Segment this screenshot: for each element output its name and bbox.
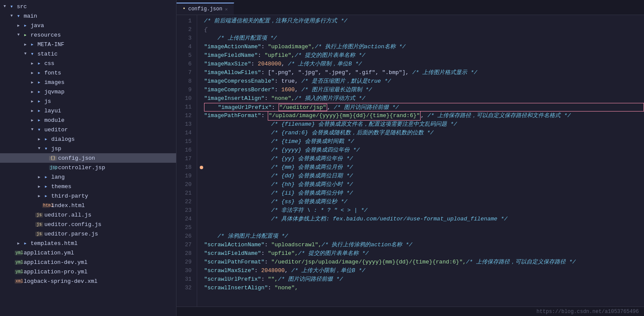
file-icon-images: ▸ [35,79,43,86]
line-num-27: 27 [180,241,192,249]
sidebar-item-logback-spring-dev.xml[interactable]: xmllogback-spring-dev.xml [0,276,176,286]
line-num-14: 14 [180,129,192,137]
sidebar-item-images[interactable]: ▶▸images [0,77,176,87]
tree-arrow-third-party[interactable]: ▶ [36,194,42,198]
sidebar-item-layui[interactable]: ▶▸layui [0,106,176,115]
sidebar-item-index.html[interactable]: htmlindex.html [0,201,176,210]
line-num-7: 7 [180,68,192,77]
tree-arrow-src[interactable]: ▼ [2,4,8,9]
file-icon-jsp: ▾ [42,145,50,152]
sidebar-item-third-party[interactable]: ▶▸third-party [0,191,176,201]
code-line-1: /* 前后端通信相关的配置，注释只允许使用多行方式 */ [204,17,644,25]
code-line-16: /* {yyyy} 会替换成四位年份 */ [204,146,644,155]
sidebar-item-resources[interactable]: ▼▸resources [0,30,176,40]
sidebar-item-fonts[interactable]: ▶▸fonts [0,68,176,77]
sidebar-label-images: images [44,79,65,86]
code-line-31: "scrawlUrlPrefix": "", /* 图片访问路径前缀 */ [204,275,644,284]
sidebar-item-themes[interactable]: ▶▸themes [0,182,176,191]
sidebar-item-src[interactable]: ▼▾src [0,2,176,11]
sidebar-item-META-INF[interactable]: ▶▸META-INF [0,40,176,49]
file-icon-third-party: ▸ [42,192,50,199]
sidebar-item-ueditor.all.js[interactable]: jsueditor.all.js [0,210,176,220]
code-line-15: /* {time} 会替换成时间戳 */ [204,137,644,146]
sidebar-label-css: css [44,60,54,67]
sidebar-label-static: static [37,51,58,57]
tree-arrow-META-INF[interactable]: ▶ [22,42,28,47]
file-icon-templates.html: ▸ [22,240,29,247]
tree-arrow-css[interactable]: ▶ [29,61,35,66]
sidebar-item-ueditor.parse.js[interactable]: jsueditor.parse.js [0,229,176,239]
sidebar-item-ueditor.config.js[interactable]: jsueditor.config.js [0,220,176,229]
code-line-6: "imageMaxSize": 2048000, /* 上传大小限制，单位B *… [204,60,644,68]
sidebar-item-templates.html[interactable]: ▶▸templates.html [0,239,176,248]
line-num-4: 4 [180,43,192,51]
status-url: https://blog.csdn.net/a1053765496 [536,309,639,315]
tree-arrow-resources[interactable]: ▼ [15,33,22,37]
tree-arrow-main[interactable]: ▼ [9,14,15,18]
sidebar-item-java[interactable]: ▶▸java [0,21,176,30]
file-icon-resources: ▸ [22,31,29,38]
tree-arrow-fonts[interactable]: ▶ [29,71,35,75]
tree-arrow-js[interactable]: ▶ [29,99,35,104]
tree-arrow-lang[interactable]: ▶ [36,175,42,180]
tree-arrow-java[interactable]: ▶ [15,23,22,28]
sidebar-item-dialogs[interactable]: ▶▸dialogs [0,134,176,144]
sidebar-item-lang[interactable]: ▶▸lang [0,172,176,182]
sidebar-item-static[interactable]: ▼▾static [0,49,176,59]
sidebar-item-main[interactable]: ▼▾main [0,11,176,21]
file-icon-config.json: {} [49,156,57,161]
sidebar-label-module: module [44,117,65,124]
sidebar-item-application-dev.yml[interactable]: ymlapplication-dev.yml [0,257,176,267]
sidebar-label-application.yml: application.yml [24,250,74,256]
file-icon-controller.jsp: jsp [49,165,57,170]
sidebar-label-ueditor: ueditor [44,127,68,133]
line-num-21: 21 [180,189,192,198]
sidebar-item-js[interactable]: ▶▸js [0,96,176,106]
tree-arrow-jsp[interactable]: ▼ [36,146,42,151]
sidebar-item-ueditor[interactable]: ▼▾ueditor [0,125,176,134]
file-icon-index.html: html [42,203,50,208]
sidebar-label-src: src [17,3,27,10]
sidebar-label-ueditor.config.js: ueditor.config.js [44,221,102,228]
close-tab-icon[interactable]: ✕ [225,6,228,12]
file-icon-jqvmap: ▸ [35,88,43,95]
code-line-18: /* {mm} 会替换成两位月份 */ [204,163,644,172]
tree-arrow-module[interactable]: ▶ [29,118,35,123]
file-icon-layui: ▸ [35,107,43,114]
sidebar-item-jsp[interactable]: ▼▾jsp [0,144,176,153]
file-icon-static: ▾ [28,50,36,57]
tree-arrow-themes[interactable]: ▶ [36,184,42,189]
line-num-12: 12 [180,112,192,120]
tree-arrow-dialogs[interactable]: ▶ [36,137,42,142]
code-line-8: "imageCompressEnable": true, /* 是否压缩图片，默… [204,77,644,86]
code-line-3: /* 上传图片配置项 */ [204,34,644,43]
code-line-24: /* 具体体参线上文档: fex.baidu.com/ueditor/#use-… [204,215,644,223]
line-num-31: 31 [180,275,192,284]
tree-arrow-templates.html[interactable]: ▶ [15,241,22,246]
code-line-11: "imageUrlPrefix": "/ueditor/jsp", /* 图片访… [204,103,644,112]
line-num-10: 10 [180,94,192,103]
code-line-20: /* {hh} 会替换成两位小时 */ [204,180,644,189]
sidebar-item-css[interactable]: ▶▸css [0,59,176,68]
file-icon-themes: ▸ [42,183,50,190]
code-line-2: { [204,25,644,34]
sidebar-item-module[interactable]: ▶▸module [0,115,176,125]
tree-arrow-jqvmap[interactable]: ▶ [29,90,35,94]
tree-arrow-layui[interactable]: ▶ [29,108,35,113]
file-icon-application-dev.yml: yml [15,260,22,265]
sidebar-item-jqvmap[interactable]: ▶▸jqvmap [0,87,176,96]
sidebar-item-controller.jsp[interactable]: jspcontroller.jsp [0,163,176,172]
sidebar-item-application-pro.yml[interactable]: ymlapplication-pro.yml [0,267,176,276]
code-line-12: "imagePathFormat": "/upload/image/{yyyy}… [204,112,644,120]
editor: • config.json ✕ 123456789101112131415161… [176,0,644,316]
editor-tab-config[interactable]: • config.json ✕ [176,3,234,15]
line-num-19: 19 [180,172,192,180]
line-num-11: 11 [180,103,192,112]
line-num-2: 2 [180,25,192,34]
sidebar-item-config.json[interactable]: {}config.json [0,153,176,163]
tree-arrow-ueditor[interactable]: ▼ [29,127,35,132]
tree-arrow-static[interactable]: ▼ [22,52,28,56]
sidebar-item-application.yml[interactable]: ymlapplication.yml [0,248,176,257]
tree-arrow-images[interactable]: ▶ [29,80,35,85]
code-line-26: /* 涂鸦图片上传配置项 */ [204,232,644,241]
